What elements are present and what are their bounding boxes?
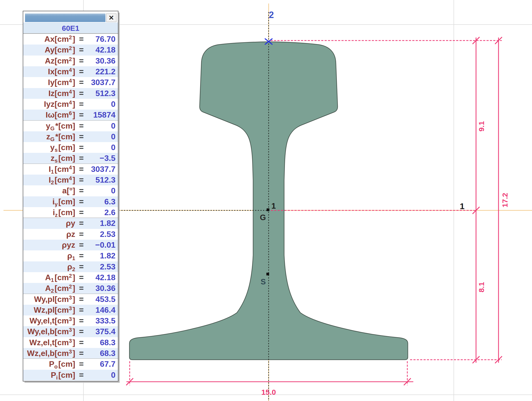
svg-text:G: G <box>260 213 266 222</box>
svg-text:S: S <box>261 277 266 286</box>
svg-text:8.1: 8.1 <box>477 282 486 292</box>
svg-text:9.1: 9.1 <box>477 121 486 132</box>
svg-text:1: 1 <box>271 201 276 210</box>
svg-text:1: 1 <box>460 201 465 211</box>
svg-text:15.0: 15.0 <box>261 388 276 396</box>
svg-text:17.2: 17.2 <box>501 193 509 207</box>
svg-text:2: 2 <box>269 10 274 20</box>
